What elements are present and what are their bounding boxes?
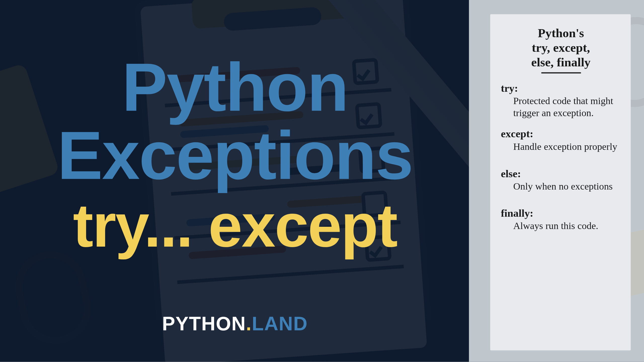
note-heading: Python's try, except, else, finally	[501, 26, 621, 70]
sidebar-panel: Python's try, except, else, finally try:…	[469, 0, 644, 362]
note-body-try: Protected code that might trigger an exc…	[501, 95, 621, 119]
note-body-else: Only when no exceptions	[501, 180, 621, 192]
cheatsheet-note: Python's try, except, else, finally try:…	[490, 14, 631, 350]
title-line-2: Exceptions	[57, 117, 413, 194]
note-kw-try: try:	[501, 82, 621, 95]
note-block-else: else: Only when no exceptions	[501, 168, 621, 192]
slide-canvas: { "title_line1": "Python", "title_line2"…	[0, 0, 644, 362]
note-block-try: try: Protected code that might trigger a…	[501, 82, 621, 119]
note-heading-l3: else, finally	[531, 55, 591, 69]
note-kw-except: except:	[501, 128, 621, 140]
note-heading-l1: Python's	[538, 26, 584, 40]
title-line-1: Python	[122, 49, 348, 125]
brand-right: LAND	[252, 313, 308, 334]
note-body-except: Handle exception properly	[501, 141, 621, 153]
note-heading-l2: try, except,	[532, 41, 590, 55]
brand-dot: .	[246, 313, 252, 334]
note-kw-finally: finally:	[501, 207, 621, 219]
note-underline	[541, 72, 581, 73]
note-block-finally: finally: Always run this code.	[501, 207, 621, 232]
brand-logo: PYTHON.LAND	[0, 313, 470, 335]
note-block-except: except: Handle exception properly	[501, 128, 621, 153]
title-main: Python Exceptions	[0, 53, 470, 190]
subtitle: try... except	[0, 191, 470, 261]
brand-left: PYTHON	[162, 313, 246, 334]
note-kw-else: else:	[501, 168, 621, 180]
note-body-finally: Always run this code.	[501, 220, 621, 232]
